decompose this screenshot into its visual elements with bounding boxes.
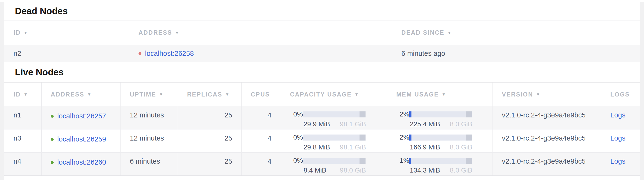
memory-percent: 1% [396,157,409,164]
live-column-header-capacity[interactable]: CAPACITY USAGE▼ [281,82,387,106]
dead-nodes-table-body: n2localhost:262586 minutes ago [4,45,640,62]
live-column-header-replicas[interactable]: REPLICAS▼ [178,82,242,106]
dead-node-row: n2localhost:262586 minutes ago [4,45,640,62]
live-column-header-uptime[interactable]: UPTIME▼ [121,82,178,106]
memory-bar-fill [409,112,412,118]
live-column-header-address[interactable]: ADDRESS▼ [42,82,121,106]
address: localhost:26260 [51,158,120,166]
sort-desc-icon: ▼ [447,30,452,35]
capacity-used-value: 29.9 MiB [304,120,330,128]
cell-address: localhost:26258 [130,45,392,62]
live-column-label-cpus: CPUS [251,91,270,98]
dead-column-label-id: ID [14,29,21,36]
cell-cpus: 4 [242,152,281,176]
capacity-usage-bar [303,134,366,140]
live-column-label-capacity: CAPACITY USAGE [290,91,352,98]
address-link[interactable]: localhost:26257 [57,112,106,120]
memory-bar-endcap [466,158,472,164]
cell-memory: 1%134.3 MiB8.0 GiB [387,152,493,176]
capacity-usage-bar [303,112,366,118]
cell-version: v2.1.0-rc.2-4-g3e9a4e9bc5 [493,152,601,176]
memory-bar-fill [409,134,412,140]
live-column-header-id[interactable]: ID▼ [4,82,42,106]
live-column-label-uptime: UPTIME [130,91,156,98]
capacity-bar-endcap [360,158,366,164]
live-status-dot-icon [51,138,54,141]
live-node-row: n3localhost:2625912 minutes2540%29.8 MiB… [4,130,640,152]
capacity-used-value: 29.8 MiB [304,144,330,151]
live-column-label-replicas: REPLICAS [187,91,222,98]
capacity-values: 29.9 MiB98.1 GiB [304,120,366,128]
capacity-percent: 0% [290,110,303,118]
sort-desc-icon: ▼ [24,30,28,35]
capacity-total-value: 98.1 GiB [340,144,366,151]
live-column-label-address: ADDRESS [51,91,84,98]
live-nodes-section: Live Nodes ID▼ADDRESS▼UPTIME▼REPLICAS▼CP… [4,62,640,176]
cell-node-id: n4 [4,152,42,176]
address-link[interactable]: localhost:26259 [57,135,106,143]
live-node-row: n1localhost:2625712 minutes2540%29.9 MiB… [4,106,640,130]
capacity-bar-line: 0% [290,134,387,141]
sort-desc-icon: ▼ [175,30,179,35]
cell-memory: 2%166.9 MiB8.0 GiB [387,130,493,152]
cell-replicas: 25 [178,106,242,129]
memory-total-value: 8.0 GiB [450,166,472,174]
address-link[interactable]: localhost:26260 [57,158,106,166]
cell-version: v2.1.0-rc.2-4-g3e9a4e9bc5 [493,130,601,152]
cell-uptime: 6 minutes [121,152,178,176]
dead-nodes-title: Dead Nodes [15,6,68,16]
cell-logs: Logs [601,106,640,129]
cell-capacity: 0%29.8 MiB98.1 GiB [281,130,387,152]
live-nodes-title-bar: Live Nodes [4,62,640,82]
memory-total-value: 8.0 GiB [450,120,472,128]
memory-values: 134.3 MiB8.0 GiB [410,166,472,174]
live-column-label-logs: LOGS [610,91,630,98]
dead-column-header-dead_since[interactable]: DEAD SINCE▼ [392,20,640,45]
live-column-header-version[interactable]: VERSION▼ [493,82,601,106]
live-column-header-cpus: CPUS [242,82,281,106]
live-column-label-version: VERSION [502,91,533,98]
logs-link[interactable]: Logs [610,158,626,165]
node-list-page: Dead Nodes ID▼ADDRESS▼DEAD SINCE▼ n2loca… [4,2,640,180]
cell-capacity: 0%8.4 MiB98.0 GiB [281,152,387,176]
cell-replicas: 25 [178,130,242,152]
sort-desc-icon: ▼ [536,92,540,97]
capacity-total-value: 98.0 GiB [340,166,366,174]
dead-nodes-title-bar: Dead Nodes [4,2,640,20]
memory-usage-bar [409,158,472,164]
dead-column-header-address[interactable]: ADDRESS▼ [130,20,392,45]
memory-used-value: 166.9 MiB [410,144,440,151]
live-column-label-memory: MEM USAGE [396,91,439,98]
memory-bar-line: 1% [396,157,492,164]
live-nodes-table-header: ID▼ADDRESS▼UPTIME▼REPLICAS▼CPUSCAPACITY … [4,82,640,106]
memory-used-value: 134.3 MiB [410,166,440,174]
capacity-usage-bar [303,158,366,164]
live-column-header-memory[interactable]: MEM USAGE▼ [387,82,493,106]
cell-address: localhost:26260 [42,152,121,176]
dead-column-header-id[interactable]: ID▼ [4,20,130,45]
capacity-bar-endcap [360,112,366,118]
cell-node-id: n2 [4,45,130,62]
capacity-total-value: 98.1 GiB [340,120,366,128]
cell-node-id: n1 [4,106,42,129]
memory-bar-endcap [466,112,472,118]
address: localhost:26258 [138,50,194,58]
cell-logs: Logs [601,152,640,176]
memory-bar-line: 2% [396,110,492,118]
memory-usage-bar [409,112,472,118]
address-link[interactable]: localhost:26258 [145,50,194,58]
memory-total-value: 8.0 GiB [450,144,472,151]
cell-memory: 2%225.4 MiB8.0 GiB [387,106,493,129]
memory-values: 166.9 MiB8.0 GiB [410,144,472,151]
live-status-dot-icon [51,161,54,164]
memory-percent: 2% [396,110,409,118]
sort-desc-icon: ▼ [354,92,358,97]
capacity-bar-endcap [360,134,366,140]
logs-link[interactable]: Logs [610,134,626,142]
logs-link[interactable]: Logs [610,111,626,119]
cell-dead-since: 6 minutes ago [392,45,640,62]
sort-desc-icon: ▼ [442,92,446,97]
live-node-row: n4localhost:262606 minutes2540%8.4 MiB98… [4,152,640,176]
dead-nodes-table-header: ID▼ADDRESS▼DEAD SINCE▼ [4,20,640,45]
memory-bar-fill [409,158,411,164]
